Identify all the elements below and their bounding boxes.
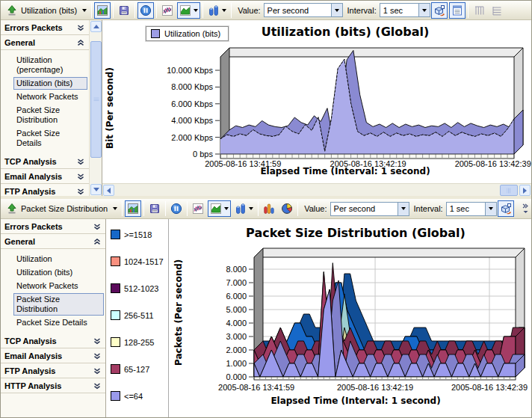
pause-button[interactable] <box>168 200 185 217</box>
bar-chart-button[interactable] <box>205 2 229 19</box>
sidebar-group-errors-packets[interactable]: Errors Packets <box>1 20 89 35</box>
value-combobox-value: Per second <box>265 6 331 15</box>
scroll-right-button[interactable] <box>519 185 531 196</box>
toolbar-separator <box>143 201 144 216</box>
report-button[interactable] <box>449 2 466 19</box>
pie-chart-button[interactable] <box>279 200 295 217</box>
pie-chart-icon <box>281 203 293 215</box>
line-chart-button[interactable] <box>159 2 176 19</box>
value-combobox[interactable]: Per second <box>264 3 343 17</box>
interval-combobox-value: 1 sec <box>380 6 418 15</box>
chevron-double-down-icon <box>93 368 101 375</box>
svg-text:2.000: 2.000 <box>226 345 247 354</box>
sidebar-item-utilization-percentage[interactable]: Utilization (percentage) <box>13 54 87 76</box>
scroll-left-button[interactable] <box>103 185 114 196</box>
grid-horizontal-icon <box>491 4 503 16</box>
scrollbar-thumb[interactable] <box>90 41 102 158</box>
chevron-double-up-icon <box>93 239 101 245</box>
sidebar-item-utilization-bits[interactable]: Utilization (bits) <box>13 266 104 279</box>
sidebar-item-packet-size-distribution[interactable]: Packet Size Distribution <box>13 293 104 316</box>
chevron-down-icon[interactable] <box>398 203 409 215</box>
cube-3d-icon <box>500 203 512 215</box>
toolbar-top: Utilization (bits)Value:Per secondInterv… <box>1 1 531 20</box>
interval-combobox[interactable]: 1 sec <box>380 3 430 17</box>
bar-chart-icon <box>235 203 247 215</box>
value-label: Value: <box>238 6 260 15</box>
svg-text:1.000: 1.000 <box>226 359 247 368</box>
legend-item-128-255: 128-255 <box>111 337 168 347</box>
cube-3d-button[interactable] <box>498 200 514 217</box>
green-up-arrow-icon <box>6 203 18 215</box>
area-chart-button[interactable] <box>177 2 200 19</box>
area-chart-button[interactable] <box>208 200 231 217</box>
horizontal-scrollbar[interactable] <box>102 183 531 196</box>
sidebar-item-packet-size-details[interactable]: Packet Size Details <box>13 316 104 329</box>
green-up-arrow-icon <box>6 4 18 16</box>
sidebar-item-packet-size-details[interactable]: Packet Size Details <box>13 127 87 150</box>
cube-3d-icon <box>433 4 445 16</box>
sidebar-group-label: Errors Packets <box>4 23 63 32</box>
sidebar-item-utilization-bits[interactable]: Utilization (bits) <box>13 77 87 90</box>
line-chart-button[interactable] <box>190 200 206 217</box>
sidebar-group-http-analysis[interactable]: HTTP Analysis <box>1 378 105 393</box>
legend-item-1518: >=1518 <box>111 230 168 239</box>
pause-icon <box>140 4 152 16</box>
sidebar-group-label: Errors Packets <box>4 222 63 231</box>
chevron-down-icon[interactable] <box>331 4 342 16</box>
sidebar-scrollbar[interactable] <box>89 20 102 196</box>
chart-type-selector[interactable]: Utilization (bits) <box>3 2 90 19</box>
application-window: Utilization (bits)Value:Per secondInterv… <box>0 0 532 418</box>
legend-swatch <box>111 310 120 320</box>
chevron-down-icon <box>224 207 229 210</box>
sidebar-item-network-packets[interactable]: Network Packets <box>13 90 87 103</box>
chart-view-button[interactable] <box>125 200 141 217</box>
chevron-double-down-icon <box>77 25 84 31</box>
svg-text:10.000 Kbps: 10.000 Kbps <box>167 66 213 75</box>
sidebar-group-general[interactable]: General <box>1 234 105 249</box>
bar-chart-button[interactable] <box>232 200 256 217</box>
legend-label: 512-1023 <box>124 284 159 293</box>
sidebar-group-errors-packets[interactable]: Errors Packets <box>1 219 105 234</box>
toolbar-bottom: Packet Size DistributionValue:Per second… <box>1 199 531 219</box>
sidebar-group-ftp-analysis[interactable]: FTP Analysis <box>1 184 89 196</box>
chart-view-button[interactable] <box>94 2 111 19</box>
sidebar-group-general[interactable]: General <box>1 35 89 50</box>
utilization-chart-area: 0 bps2.000 Kbps4.000 Kbps6.000 Kbps8.000… <box>102 20 531 196</box>
sidebar-item-utilization[interactable]: Utilization <box>13 253 104 265</box>
sidebar-group-ftp-analysis[interactable]: FTP Analysis <box>1 363 105 378</box>
sidebar-item-packet-size-distribution[interactable]: Packet Size Distribution <box>13 104 87 126</box>
scroll-up-button[interactable] <box>90 21 102 32</box>
sidebar-group-tcp-analysis[interactable]: TCP Analysis <box>1 334 105 348</box>
value-combobox[interactable]: Per second <box>330 202 409 216</box>
grid-vertical-button <box>471 2 487 19</box>
sidebar-group-email-analysis[interactable]: Email Analysis <box>1 169 89 184</box>
chevron-double-down-icon <box>93 338 101 345</box>
pause-button[interactable] <box>137 2 154 19</box>
chevron-down-icon <box>249 207 253 210</box>
sidebar-group-email-analysis[interactable]: Email Analysis <box>1 348 105 363</box>
cube-3d-button[interactable] <box>431 2 448 19</box>
chevron-down-icon[interactable] <box>418 4 430 16</box>
legend-swatch <box>111 283 120 293</box>
scrollbar-thumb[interactable] <box>500 185 518 196</box>
y-axis-label: Packets (Per second) <box>173 259 184 366</box>
toolbar-separator <box>156 3 157 18</box>
save-icon <box>118 4 130 16</box>
sidebar-item-network-packets[interactable]: Network Packets <box>13 280 104 292</box>
interval-label: Interval: <box>414 204 443 213</box>
panel-packet-size: Errors PacketsGeneralUtilizationUtilizat… <box>1 219 531 417</box>
toolbar-separator <box>202 3 203 18</box>
toolbar-overflow-button[interactable] <box>522 202 529 215</box>
scroll-down-button[interactable] <box>90 184 102 195</box>
sidebar-group-label: HTTP Analysis <box>4 381 61 390</box>
svg-text:3.000: 3.000 <box>226 332 247 341</box>
chevron-down-icon[interactable] <box>485 203 496 215</box>
sidebar-group-tcp-analysis[interactable]: TCP Analysis <box>1 154 89 169</box>
chart-type-selector[interactable]: Packet Size Distribution <box>3 200 120 217</box>
colored-bar-button[interactable] <box>261 200 277 217</box>
save-button[interactable] <box>116 2 132 19</box>
interval-combobox[interactable]: 1 sec <box>446 202 497 216</box>
line-chart-icon <box>161 4 173 16</box>
svg-text:2005-08-16 13:42:19: 2005-08-16 13:42:19 <box>337 383 413 392</box>
save-button[interactable] <box>146 200 163 217</box>
